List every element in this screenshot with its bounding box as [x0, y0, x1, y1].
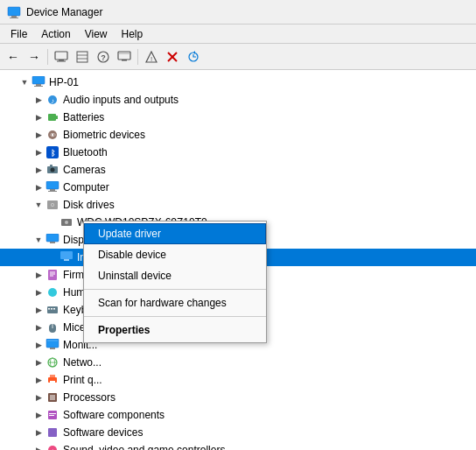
toolbar-sep-1	[47, 49, 48, 65]
ctx-sep-2	[84, 316, 266, 317]
menu-action[interactable]: Action	[34, 26, 77, 42]
app-icon	[7, 5, 21, 19]
svg-text:👁: 👁	[50, 132, 56, 138]
toolbar-list[interactable]	[73, 47, 92, 67]
icon-softwaredevices	[46, 425, 60, 439]
ctx-uninstall-device[interactable]: Uninstall device	[84, 265, 266, 286]
label-sound: Sound, video and game controllers	[63, 444, 225, 450]
expand-computer[interactable]: ▶	[32, 180, 46, 194]
toolbar-remove[interactable]	[163, 47, 182, 67]
toolbar-scan[interactable]	[184, 47, 203, 67]
toolbar-back[interactable]: ←	[4, 47, 23, 67]
toolbar-help[interactable]: ?	[94, 47, 113, 67]
expand-batteries[interactable]: ▶	[32, 110, 46, 124]
expand-monitors[interactable]: ▶	[32, 338, 46, 352]
expand-bluetooth[interactable]: ▶	[32, 145, 46, 159]
tree-item-softwaredevices[interactable]: ▶ Software devices	[0, 424, 476, 441]
tree-item-batteries[interactable]: ▶ Batteries	[0, 109, 476, 126]
tree-item-cameras[interactable]: ▶ Cameras	[0, 161, 476, 179]
svg-rect-51	[48, 308, 50, 310]
expand-softwaredevices[interactable]: ▶	[32, 425, 46, 439]
svg-rect-12	[122, 60, 127, 61]
tree-item-audio[interactable]: ▶ ♪ Audio inputs and outputs	[0, 91, 476, 109]
label-processors: Processors	[63, 391, 116, 404]
svg-rect-2	[10, 18, 18, 18]
icon-bluetooth: ᛒ	[46, 145, 60, 159]
ctx-properties[interactable]: Properties	[84, 320, 266, 341]
tree-item-diskdrives[interactable]: ▼ Disk drives	[0, 196, 476, 214]
svg-rect-68	[49, 413, 56, 414]
label-computer: Computer	[63, 181, 109, 193]
menu-file[interactable]: File	[4, 26, 34, 42]
label-root: HP-01	[49, 76, 79, 88]
svg-point-31	[51, 168, 55, 172]
label-network: Netwo...	[63, 356, 102, 369]
expand-audio[interactable]: ▶	[32, 93, 46, 107]
icon-batteries	[46, 110, 60, 124]
toolbar-update[interactable]: !	[142, 47, 161, 67]
icon-monitors	[46, 338, 60, 352]
expand-softwarecomponents[interactable]: ▶	[32, 408, 46, 422]
ctx-update-driver[interactable]: Update driver	[84, 223, 266, 244]
ctx-scan-hardware[interactable]: Scan for hardware changes	[84, 292, 266, 313]
svg-rect-63	[50, 375, 55, 377]
icon-network	[46, 355, 60, 369]
tree-item-root[interactable]: ▼ HP-01	[0, 74, 476, 91]
expand-sound[interactable]: ▶	[32, 443, 46, 450]
icon-processors	[46, 390, 60, 404]
expand-keyboard[interactable]: ▶	[32, 303, 46, 317]
svg-rect-11	[118, 52, 130, 60]
icon-wdc	[60, 215, 74, 229]
context-menu: Update driver Disable device Uninstall d…	[83, 221, 267, 343]
toolbar-computer[interactable]	[52, 47, 71, 67]
icon-human	[46, 285, 60, 299]
tree-item-sound[interactable]: ▶ ♪ Sound, video and game controllers	[0, 441, 476, 450]
tree-item-processors[interactable]: ▶ Processors	[0, 389, 476, 406]
icon-mice	[46, 320, 60, 334]
menu-view[interactable]: View	[78, 26, 115, 42]
expand-display[interactable]: ▼	[32, 233, 46, 247]
toolbar: ← → ? !	[0, 44, 476, 70]
svg-rect-3	[55, 52, 67, 60]
menu-bar: File Action View Help	[0, 25, 476, 44]
svg-rect-70	[48, 428, 57, 437]
label-print: Print q...	[63, 374, 102, 386]
svg-rect-64	[50, 381, 55, 384]
svg-rect-5	[57, 60, 66, 61]
toolbar-forward[interactable]: →	[24, 47, 44, 67]
svg-rect-52	[51, 308, 52, 310]
svg-rect-42	[50, 242, 55, 243]
label-cameras: Cameras	[63, 164, 106, 176]
svg-text:♪: ♪	[51, 97, 54, 105]
expand-diskdrives[interactable]: ▼	[32, 198, 46, 212]
expand-mice[interactable]: ▶	[32, 320, 46, 334]
tree-item-computer[interactable]: ▶ Computer	[0, 179, 476, 196]
expand-network[interactable]: ▶	[32, 355, 46, 369]
svg-rect-44	[64, 259, 69, 261]
tree-item-print[interactable]: ▶ Print q...	[0, 371, 476, 389]
label-softwaredevices: Software devices	[63, 426, 143, 439]
svg-rect-50	[47, 306, 58, 313]
expand-biometric[interactable]: ▶	[32, 128, 46, 142]
expand-cameras[interactable]: ▶	[32, 163, 46, 177]
main-content: ▼ HP-01 ▶ ♪ Audio inputs and outputs	[0, 70, 476, 450]
toolbar-sep-2	[137, 49, 138, 65]
label-batteries: Batteries	[63, 111, 104, 123]
icon-firmware	[46, 268, 60, 282]
expand-processors[interactable]: ▶	[32, 390, 46, 404]
tree-item-network[interactable]: ▶ Netwo...	[0, 354, 476, 371]
icon-computer	[32, 75, 46, 89]
tree-item-biometric[interactable]: ▶ 👁 Biometric devices	[0, 126, 476, 144]
tree-item-bluetooth[interactable]: ▶ ᛒ Bluetooth	[0, 144, 476, 161]
menu-help[interactable]: Help	[115, 26, 150, 42]
tree-item-softwarecomponents[interactable]: ▶ Software components	[0, 406, 476, 424]
expand-firmware[interactable]: ▶	[32, 268, 46, 282]
toolbar-monitor[interactable]	[115, 47, 134, 67]
icon-display	[46, 233, 60, 247]
expand-human[interactable]: ▶	[32, 285, 46, 299]
svg-rect-21	[34, 86, 43, 87]
expand-print[interactable]: ▶	[32, 373, 46, 387]
expand-root[interactable]: ▼	[18, 75, 32, 89]
ctx-disable-device[interactable]: Disable device	[84, 244, 266, 265]
svg-rect-4	[59, 60, 64, 61]
